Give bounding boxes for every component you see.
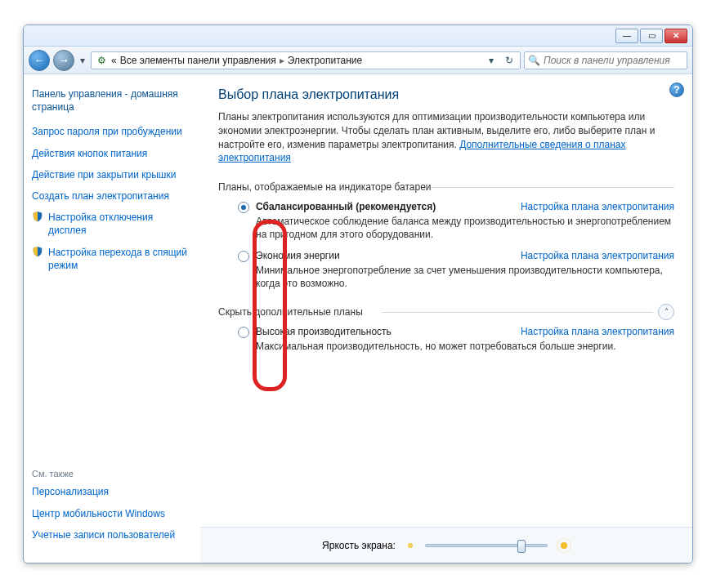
window-frame: — ▭ ✕ ← → ▾ ⚙ « Все элементы панели упра…: [23, 24, 693, 564]
address-bar[interactable]: ⚙ « Все элементы панели управления ▸ Эле…: [91, 51, 521, 69]
control-panel-icon: ⚙: [95, 54, 108, 67]
plan-highperf-desc: Максимальная производительность, но може…: [256, 340, 674, 353]
hide-additional-plans-heading[interactable]: Скрыть дополнительные планы ˄: [218, 306, 674, 318]
plan-balanced: Сбалансированный (рекомендуется) Настрой…: [238, 201, 674, 241]
plan-powersaver-settings-link[interactable]: Настройка плана электропитания: [521, 250, 674, 261]
back-button[interactable]: ←: [29, 50, 50, 71]
history-dropdown-icon[interactable]: ▾: [78, 55, 87, 66]
search-box[interactable]: 🔍: [524, 51, 687, 69]
sidebar-link-lid-action[interactable]: Действие при закрытии крышки: [32, 168, 192, 181]
plan-balanced-name[interactable]: Сбалансированный (рекомендуется): [256, 201, 436, 212]
page-description: Планы электропитания используются для оп…: [218, 110, 674, 165]
see-also-heading: См. также: [32, 469, 192, 479]
refresh-icon[interactable]: ↻: [502, 53, 517, 68]
plan-highperf-settings-link[interactable]: Настройка плана электропитания: [521, 326, 674, 337]
help-icon[interactable]: ?: [669, 82, 684, 97]
control-panel-home-link[interactable]: Панель управления - домашняя страница: [32, 87, 192, 114]
breadcrumb-separator-icon: ▸: [280, 55, 284, 66]
sidebar-link-display-off[interactable]: Настройка отключения дисплея: [48, 211, 192, 237]
forward-button[interactable]: →: [53, 50, 74, 71]
battery-plans-heading: Планы, отображаемые на индикаторе батаре…: [218, 181, 674, 193]
plan-highperf-name[interactable]: Высокая производительность: [256, 326, 392, 337]
plan-highperf: Высокая производительность Настройка пла…: [238, 326, 674, 353]
plan-highperf-radio[interactable]: [238, 327, 249, 338]
plan-powersaver-desc: Минимальное энергопотребление за счет ум…: [256, 264, 674, 290]
brightness-slider-thumb[interactable]: [517, 540, 526, 553]
main-content: ? Выбор плана электропитания Планы элект…: [200, 74, 692, 563]
shield-icon: [32, 211, 43, 222]
breadcrumb-prefix: «: [111, 55, 117, 66]
see-also-mobility-center[interactable]: Центр мобильности Windows: [32, 507, 192, 520]
sidebar-link-password[interactable]: Запрос пароля при пробуждении: [32, 125, 192, 138]
shield-icon: [32, 246, 43, 257]
see-also-section: См. также Персонализация Центр мобильнос…: [32, 461, 192, 550]
sidebar-link-power-buttons[interactable]: Действия кнопок питания: [32, 147, 192, 160]
address-dropdown-icon[interactable]: ▾: [484, 53, 499, 68]
sidebar-link-create-plan[interactable]: Создать план электропитания: [32, 189, 192, 203]
plan-powersaver-name[interactable]: Экономия энергии: [256, 250, 340, 261]
titlebar: — ▭ ✕: [24, 25, 692, 47]
plan-powersaver-radio[interactable]: [238, 251, 249, 262]
brightness-bar: Яркость экрана:: [200, 527, 692, 563]
see-also-personalization[interactable]: Персонализация: [32, 485, 192, 498]
see-also-user-accounts[interactable]: Учетные записи пользователей: [32, 528, 192, 541]
plan-balanced-desc: Автоматическое соблюдение баланса между …: [256, 215, 674, 241]
body-area: Панель управления - домашняя страница За…: [24, 74, 692, 563]
maximize-button[interactable]: ▭: [640, 29, 663, 43]
sidebar: Панель управления - домашняя страница За…: [24, 74, 200, 563]
minimize-button[interactable]: —: [615, 29, 638, 43]
brightness-slider[interactable]: [425, 544, 548, 547]
plan-powersaver: Экономия энергии Настройка плана электро…: [238, 250, 674, 290]
navigation-bar: ← → ▾ ⚙ « Все элементы панели управления…: [24, 47, 692, 74]
sidebar-link-sleep-mode[interactable]: Настройка перехода в спящий режим: [48, 246, 192, 272]
breadcrumb-all-items[interactable]: Все элементы панели управления: [120, 55, 276, 66]
brightness-label: Яркость экрана:: [322, 540, 396, 551]
brightness-high-icon: [557, 539, 571, 552]
collapse-button[interactable]: ˄: [658, 304, 674, 320]
plan-balanced-radio[interactable]: [238, 202, 249, 213]
page-title: Выбор плана электропитания: [218, 87, 674, 102]
plan-balanced-settings-link[interactable]: Настройка плана электропитания: [521, 201, 674, 212]
brightness-low-icon: [405, 541, 415, 550]
breadcrumb-power[interactable]: Электропитание: [288, 55, 362, 66]
search-icon: 🔍: [528, 55, 540, 66]
search-input[interactable]: [544, 55, 683, 66]
close-button[interactable]: ✕: [665, 29, 687, 43]
